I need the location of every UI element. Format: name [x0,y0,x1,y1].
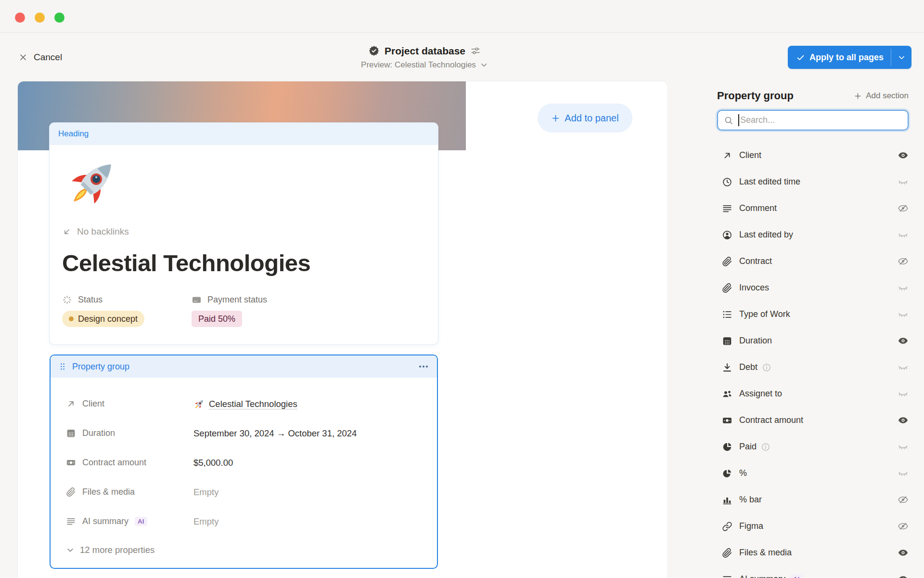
relation-link[interactable]: Celestial Technologies [209,399,297,409]
arrow-down-left-icon [62,227,72,236]
visibility-eye-slash-icon[interactable] [898,203,909,214]
property-value[interactable]: Celestial Technologies [193,398,425,410]
sidebar-property-contract-amount[interactable]: Contract amount [717,407,909,434]
visibility-eye-closed-icon[interactable] [898,362,909,373]
visibility-eye-icon[interactable] [898,574,909,578]
heading-section-label: Heading [58,129,89,139]
sidebar-property-files-media[interactable]: Files & media [717,539,909,566]
visibility-eye-slash-icon[interactable] [898,494,909,505]
visibility-eye-slash-icon[interactable] [898,256,909,267]
property-label: Contract amount [66,458,193,468]
sidebar-property-comment[interactable]: Comment [717,195,909,222]
preview-selector[interactable]: Preview: Celestial Technologies [361,60,488,70]
sidebar-property-ai-summary[interactable]: AI summaryAI [717,566,909,578]
sidebar-property-client[interactable]: Client [717,142,909,169]
property-name: Client [739,150,761,160]
calendar-icon [722,336,732,346]
visibility-eye-closed-icon[interactable] [898,282,909,293]
apply-to-all-pages-button[interactable]: Apply to all pages [788,46,891,69]
backlinks-row[interactable]: No backlinks [62,226,425,237]
payment-status-value: Paid 50% [198,314,235,324]
visibility-eye-icon[interactable] [898,335,909,346]
info-icon[interactable] [762,363,771,372]
cancel-label: Cancel [34,52,62,63]
visibility-eye-icon[interactable] [898,547,909,558]
sidebar-property-last-edited-by[interactable]: Last edited by [717,222,909,248]
property-name: Paid [739,442,757,452]
text-caret [738,114,739,126]
property-row-contract-amount[interactable]: Contract amount $5,000.00 [66,448,425,477]
property-value[interactable]: $5,000.00 [193,458,425,468]
property-row-ai-summary[interactable]: AI summaryAI Empty [66,507,425,536]
property-value[interactable]: September 30, 2024 → October 31, 2024 [193,428,425,439]
add-section-button[interactable]: Add section [854,91,909,101]
add-to-panel-button[interactable]: Add to panel [538,104,632,132]
payment-status-badge[interactable]: Paid 50% [192,311,242,327]
pie-chart-icon [722,442,732,452]
visibility-eye-closed-icon[interactable] [898,229,909,240]
layout-canvas: Heading No backlinks Celestial Technolog… [18,81,667,578]
add-section-label: Add section [866,91,909,101]
apply-dropdown-button[interactable] [891,46,911,69]
property-label-text: Files & media [82,487,135,497]
property-group-header: Property group [51,355,437,378]
visibility-eye-closed-icon[interactable] [898,309,909,320]
sidebar-property-%[interactable]: % [717,460,909,486]
close-window-button[interactable] [15,13,25,23]
settings-sliders-icon[interactable] [470,46,481,56]
sidebar-property-figma[interactable]: Figma [717,513,909,539]
zoom-window-button[interactable] [54,13,64,23]
property-row-duration[interactable]: Duration September 30, 2024 → October 31… [66,419,425,448]
apply-button-label: Apply to all pages [809,53,884,63]
sidebar-property-assignet-to[interactable]: Assignet to [717,381,909,407]
visibility-eye-icon[interactable] [898,415,909,426]
bullet-list-icon [722,309,732,320]
heading-section-header: Heading [50,123,438,145]
cancel-button[interactable]: Cancel [18,52,62,63]
visibility-eye-closed-icon[interactable] [898,441,909,452]
sidebar-property-invoces[interactable]: Invoces [717,275,909,301]
property-name: Comment [739,203,777,213]
visibility-eye-icon[interactable] [898,150,909,161]
property-list: ClientLast edited timeCommentLast edited… [717,142,909,578]
sidebar-property-type-of-work[interactable]: Type of Work [717,301,909,328]
property-row-files-media[interactable]: Files & media Empty [66,477,425,507]
property-name: Assignet to [739,389,782,399]
visibility-eye-closed-icon[interactable] [898,176,909,187]
property-name: Contract [739,256,772,266]
link-icon [722,521,732,532]
sidebar-property-last-edited-time[interactable]: Last edited time [717,169,909,195]
property-value[interactable]: Empty [193,487,425,498]
more-options-icon[interactable] [418,361,429,372]
property-group-card[interactable]: Property group Client Celestial Technolo… [50,355,438,569]
property-label-text: AI summary [82,516,128,526]
rocket-emoji-icon [193,398,205,410]
ai-badge: AI [790,575,803,578]
text-lines-icon [722,574,732,578]
visibility-eye-closed-icon[interactable] [898,388,909,399]
property-name: Files & media [739,548,792,558]
clock-icon [722,177,732,187]
status-badge[interactable]: Design concept [62,311,144,327]
sidebar-property-debt[interactable]: Debt [717,354,909,381]
property-value[interactable]: Empty [193,516,425,527]
page-title[interactable]: Celestial Technologies [62,250,425,276]
property-rows: Client Celestial Technologies Duration S… [66,389,425,536]
sidebar-property-%-bar[interactable]: % bar [717,486,909,513]
property-label: Duration [66,428,193,438]
drag-handle-icon[interactable] [58,362,67,371]
sidebar-property-duration[interactable]: Duration [717,328,909,354]
visibility-eye-slash-icon[interactable] [898,521,909,532]
property-row-client[interactable]: Client Celestial Technologies [66,389,425,419]
status-value: Design concept [78,314,138,324]
search-input[interactable] [717,110,909,131]
sidebar-property-paid[interactable]: Paid [717,434,909,460]
property-group-body: Client Celestial Technologies Duration S… [51,378,437,564]
rocket-page-icon[interactable] [65,156,120,210]
info-icon[interactable] [761,442,770,452]
minimize-window-button[interactable] [35,13,45,23]
sidebar-property-contract[interactable]: Contract [717,248,909,275]
visibility-eye-closed-icon[interactable] [898,468,909,479]
more-properties-toggle[interactable]: 12 more properties [66,536,425,564]
heading-section-card[interactable]: Heading No backlinks Celestial Technolog… [50,123,438,344]
